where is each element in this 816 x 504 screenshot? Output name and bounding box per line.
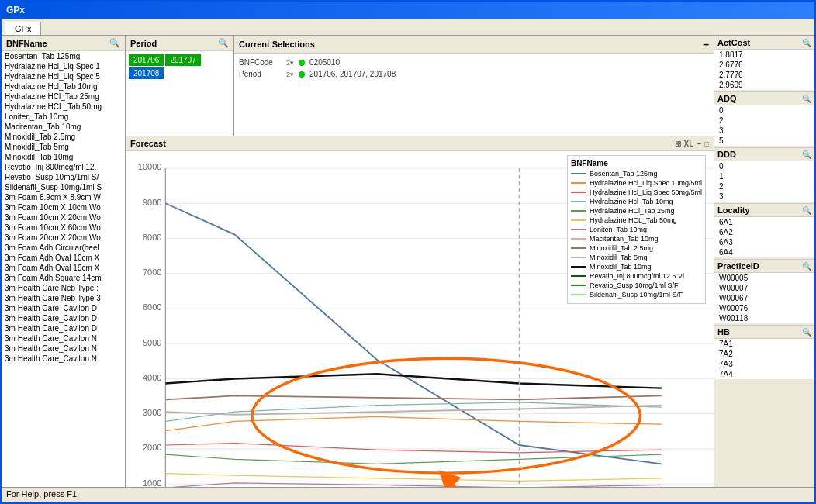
period-buttons: 201706 201707 201708 xyxy=(126,51,233,82)
bnfname-list-item[interactable]: 3m Foam 8.9cm X 8.9cm W xyxy=(2,192,125,202)
practiceid-item[interactable]: W00007 xyxy=(714,283,814,293)
svg-text:1000: 1000 xyxy=(143,478,161,487)
bnfname-search-icon[interactable]: 🔍 xyxy=(109,38,120,48)
chart-title: Forecast xyxy=(130,139,166,148)
bnfname-list-item[interactable]: 3m Health Care_Cavilon N xyxy=(2,333,125,343)
bnfname-list-item[interactable]: 3m Foam 10cm X 60cm Wo xyxy=(2,223,125,233)
bnfname-list-item[interactable]: Macitentan_Tab 10mg xyxy=(2,122,125,132)
locality-item[interactable]: 6A3 xyxy=(714,237,814,247)
chart-maximize-icon[interactable]: □ xyxy=(704,140,709,148)
bnfname-list-item[interactable]: 3m Foam Adh Oval 19cm X xyxy=(2,263,125,273)
bnfname-list-item[interactable]: Minoxidil_Tab 5mg xyxy=(2,142,125,152)
adq-item[interactable]: 2 xyxy=(714,116,814,126)
bnfname-list[interactable]: Bosentan_Tab 125mgHydralazine Hcl_Liq Sp… xyxy=(2,51,125,487)
selections-minus-icon[interactable]: – xyxy=(703,38,709,50)
bnfname-list-item[interactable]: Bosentan_Tab 125mg xyxy=(2,51,125,61)
hb-list[interactable]: 7A17A27A37A4 xyxy=(714,339,814,379)
bnfname-list-item[interactable]: Hydralazine Hcl_Liq Spec 1 xyxy=(2,61,125,71)
bnfname-list-item[interactable]: 3m Foam 10cm X 20cm Wo xyxy=(2,212,125,223)
adq-search-icon[interactable]: 🔍 xyxy=(802,95,811,103)
sel-icon-bnfcode[interactable]: 2▾ xyxy=(286,59,294,67)
hb-item[interactable]: 7A1 xyxy=(714,339,814,349)
bnfname-list-item[interactable]: Hydralazine HCL_Tab 50mg xyxy=(2,102,125,112)
ddd-item[interactable]: 3 xyxy=(714,192,814,202)
selections-body: BNFCode 2▾ 0205010 Period 2▾ 201706, 201… xyxy=(234,54,714,86)
bnfname-list-item[interactable]: Hydralazine Hcl_Tab 10mg xyxy=(2,81,125,91)
hb-item[interactable]: 7A4 xyxy=(714,369,814,379)
legend-item: Hydralazine HCl_Tab 25mg xyxy=(571,207,702,215)
bnfname-list-item[interactable]: Revatio_Susp 10mg/1ml S/ xyxy=(2,172,125,182)
legend-label: Hydralazine Hcl_Liq Spec 10mg/5ml xyxy=(590,179,702,187)
bnfname-list-item[interactable]: 3m Health Care Neb Type 3 xyxy=(2,293,125,303)
period-search-icon[interactable]: 🔍 xyxy=(218,38,229,48)
adq-item[interactable]: 5 xyxy=(714,136,814,146)
period-btn-201708[interactable]: 201708 xyxy=(129,67,164,79)
sel-icon-period[interactable]: 2▾ xyxy=(286,71,294,78)
locality-panel: Locality 🔍 6A16A26A36A4 xyxy=(714,203,814,257)
bnfname-list-item[interactable]: 3m Health Care_Cavilon N xyxy=(2,343,125,354)
ddd-item[interactable]: 0 xyxy=(714,161,814,171)
practiceid-item[interactable]: W00005 xyxy=(714,273,814,283)
legend-color-swatch xyxy=(571,173,586,174)
bnfname-list-item[interactable]: Minoxidil_Tab 2.5mg xyxy=(2,132,125,142)
selections-header: Current Selections – xyxy=(234,36,714,54)
bnfname-list-item[interactable]: Hydralazine HCl_Tab 25mg xyxy=(2,91,125,102)
ddd-list[interactable]: 0123 xyxy=(714,161,814,202)
bnfname-list-item[interactable]: 3m Foam Adh Circular(heel xyxy=(2,243,125,253)
adq-panel: ADQ 🔍 0235 xyxy=(714,91,814,146)
locality-item[interactable]: 6A4 xyxy=(714,247,814,257)
legend-title: BNFName xyxy=(571,159,702,167)
practiceid-item[interactable]: W00118 xyxy=(714,313,814,323)
practiceid-search-icon[interactable]: 🔍 xyxy=(802,262,811,271)
bnfname-list-item[interactable]: 3m Health Care_Cavilon D xyxy=(2,303,125,313)
actcost-list[interactable]: 1.88172.67762.77762.9609 xyxy=(714,50,814,90)
hb-item[interactable]: 7A2 xyxy=(714,349,814,359)
adq-item[interactable]: 0 xyxy=(714,105,814,116)
sel-dot-bnfcode xyxy=(299,60,305,66)
bnfname-list-item[interactable]: 3m Foam 10cm X 10cm Wo xyxy=(2,202,125,212)
chart-xl-icon[interactable]: XL xyxy=(684,140,694,148)
adq-header: ADQ 🔍 xyxy=(714,91,814,105)
bnfname-list-item[interactable]: 3m Foam 20cm X 20cm Wo xyxy=(2,233,125,243)
actcost-item[interactable]: 2.9609 xyxy=(714,80,814,90)
bnfname-list-item[interactable]: Loniten_Tab 10mg xyxy=(2,112,125,122)
svg-text:8000: 8000 xyxy=(143,233,161,242)
bnfname-list-item[interactable]: 3m Health Care Neb Type : xyxy=(2,283,125,293)
practiceid-item[interactable]: W00067 xyxy=(714,293,814,303)
bnfname-list-item[interactable]: Minoxidil_Tab 10mg xyxy=(2,152,125,162)
bnfname-list-item[interactable]: 3m Foam Adh Oval 10cm X xyxy=(2,253,125,263)
period-btn-201707[interactable]: 201707 xyxy=(165,54,200,66)
practiceid-list[interactable]: W00005W00007W00067W00076W00118 xyxy=(714,273,814,323)
bnfname-list-item[interactable]: 3m Foam Adh Square 14cm xyxy=(2,273,125,283)
locality-search-icon[interactable]: 🔍 xyxy=(802,206,811,215)
bnfname-list-item[interactable]: 3m Health Care_Cavilon N xyxy=(2,354,125,364)
selection-row-bnfcode: BNFCode 2▾ 0205010 xyxy=(239,58,709,67)
locality-item[interactable]: 6A1 xyxy=(714,217,814,227)
chart-grid-icon[interactable]: ⊞ xyxy=(675,140,681,148)
actcost-search-icon[interactable]: 🔍 xyxy=(802,39,811,47)
ddd-item[interactable]: 1 xyxy=(714,171,814,181)
bnfname-list-item[interactable]: 3m Health Care_Cavilon D xyxy=(2,323,125,333)
hb-item[interactable]: 7A3 xyxy=(714,359,814,369)
actcost-item[interactable]: 2.6776 xyxy=(714,60,814,70)
ddd-item[interactable]: 2 xyxy=(714,181,814,192)
ddd-search-icon[interactable]: 🔍 xyxy=(802,150,811,159)
actcost-item[interactable]: 1.8817 xyxy=(714,50,814,60)
actcost-item[interactable]: 2.7776 xyxy=(714,70,814,80)
locality-item[interactable]: 6A2 xyxy=(714,227,814,237)
bnfname-list-item[interactable]: 3m Health Care_Cavilon D xyxy=(2,313,125,323)
practiceid-item[interactable]: W00076 xyxy=(714,303,814,313)
hb-search-icon[interactable]: 🔍 xyxy=(802,328,811,337)
period-btn-201706[interactable]: 201706 xyxy=(129,54,164,66)
ddd-panel: DDD 🔍 0123 xyxy=(714,147,814,202)
bnfname-list-item[interactable]: Sildenafil_Susp 10mg/1ml S xyxy=(2,182,125,192)
bnfname-list-item[interactable]: Hydralazine Hcl_Liq Spec 5 xyxy=(2,71,125,81)
center-area: Period 🔍 201706 201707 201708 Current Se… xyxy=(126,36,714,487)
adq-list[interactable]: 0235 xyxy=(714,105,814,146)
adq-item[interactable]: 3 xyxy=(714,126,814,136)
tab-gpx[interactable]: GPx xyxy=(5,22,41,35)
bnfname-header: BNFName 🔍 xyxy=(2,36,125,51)
locality-list[interactable]: 6A16A26A36A4 xyxy=(714,217,814,257)
chart-minimize-icon[interactable]: – xyxy=(697,140,701,148)
bnfname-list-item[interactable]: Revatio_Inj 800mcg/ml 12. xyxy=(2,162,125,172)
